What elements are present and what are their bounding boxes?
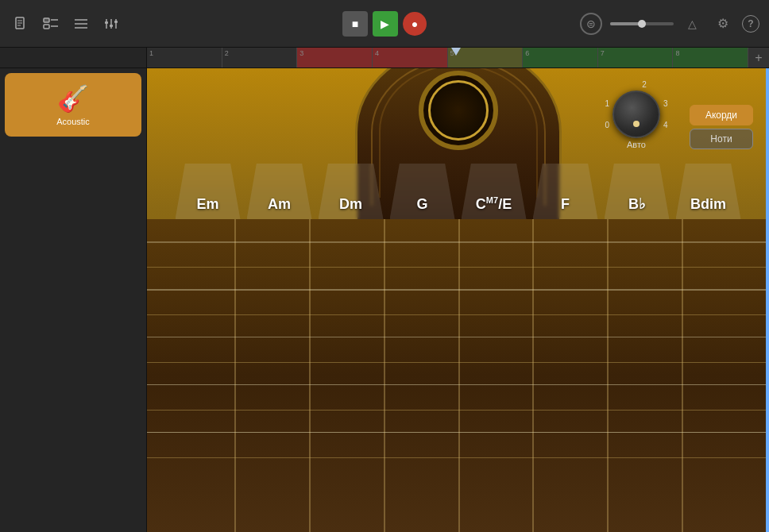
toolbar-right: ⊜ △ ⚙ ? [514,13,759,35]
guitar-area: Em Am Dm G CM7/E F [147,68,769,532]
track-list: 🎸 Acoustic [0,68,147,532]
guitar-soundhole [419,71,498,150]
timeline: 1 2 3 4 5 6 7 8 + [0,48,769,68]
timeline-marker-2: 2 [222,48,298,67]
cycle-button[interactable]: ⊜ [580,13,602,35]
volume-slider[interactable] [610,22,674,25]
timeline-marker-8: 8 [673,48,748,67]
timeline-ruler[interactable]: 1 2 3 4 5 6 7 8 [147,48,748,67]
fret-vert-6 [607,219,609,532]
fretboard [147,219,769,532]
chord-cm7e-label: CM7/E [476,195,512,213]
svg-rect-14 [105,21,108,24]
settings-icon[interactable]: ⚙ [712,13,734,35]
chord-g-label: G [416,196,427,213]
main-area: 🎸 Acoustic [0,68,769,532]
auto-knob[interactable] [612,91,660,138]
string-3 [147,337,769,337]
new-document-icon[interactable] [10,13,32,35]
knob-right-labels: 3 4 [663,99,668,129]
timeline-marker-6: 6 [523,48,598,67]
svg-rect-16 [114,21,118,23]
toolbar-center: ■ ▶ ● [261,11,507,37]
notes-mode-button[interactable]: Ноти [690,129,753,149]
help-icon[interactable]: ? [742,15,759,33]
playhead [451,48,461,56]
fret-vert-7 [682,219,683,532]
chords-mode-button[interactable]: Акорди [690,105,753,125]
chord-bb-label: B♭ [628,195,645,213]
knob-top-label: 2 [609,80,680,89]
tracks-view-icon[interactable] [40,13,62,35]
chord-dm-label: Dm [339,196,362,213]
svg-rect-4 [44,18,49,22]
controls-panel: 2 1 0 3 4 Авто [593,80,753,149]
knob-middle-row: 1 0 3 4 [605,91,667,138]
chord-dm-button[interactable]: Dm [315,164,387,219]
chord-cm7e-button[interactable]: CM7/E [458,164,530,219]
timeline-track-label-area [0,48,147,67]
toolbar: ■ ▶ ● ⊜ △ ⚙ ? [0,0,769,48]
guitar-soundhole-inner [428,80,489,141]
chord-am-label: Am [268,196,291,213]
add-track-button[interactable]: + [748,48,769,68]
chord-g-button[interactable]: G [387,164,458,219]
volume-control [610,22,674,25]
chord-f-button[interactable]: F [530,164,601,219]
chords-row: Em Am Dm G CM7/E F [147,164,769,219]
chord-bb-button[interactable]: B♭ [601,164,673,219]
string-1 [147,241,769,243]
record-button[interactable]: ● [403,12,427,36]
chord-em-button[interactable]: Em [172,164,244,219]
list-view-icon[interactable] [70,13,92,35]
timeline-marker-7: 7 [598,48,674,67]
timeline-marker-4: 4 [373,48,448,67]
knob-dot [633,121,640,127]
stop-button[interactable]: ■ [342,11,368,37]
string-4 [147,384,769,385]
selection-box [766,68,769,532]
string-5 [147,432,769,433]
chord-bdim-button[interactable]: Bdim [673,164,744,219]
fret-vert-2 [309,219,311,532]
fret-vert-5 [532,219,534,532]
knob-label: Авто [627,140,646,149]
svg-rect-5 [44,25,49,29]
chord-em-label: Em [196,196,218,213]
chord-am-button[interactable]: Am [244,164,315,219]
chord-bdim-label: Bdim [690,196,726,213]
acoustic-icon: 🎸 [57,83,89,114]
chord-f-label: F [561,196,570,213]
timeline-marker-3: 3 [297,48,373,67]
play-button[interactable]: ▶ [373,11,398,37]
string-2 [147,289,769,291]
toolbar-left [10,13,255,35]
svg-rect-15 [110,25,113,27]
fret-vert-1 [234,219,236,532]
knob-container: 2 1 0 3 4 Авто [593,80,680,149]
timeline-markers: 1 2 3 4 5 6 7 8 [147,48,748,67]
fret-vert-4 [458,219,460,532]
timeline-marker-1: 1 [147,48,222,67]
fret-vert-3 [384,219,385,532]
knob-left-labels: 1 0 [605,99,609,129]
mode-buttons: Акорди Ноти [690,105,753,149]
master-icon[interactable]: △ [682,13,704,35]
mixer-icon[interactable] [100,13,122,35]
track-item-acoustic[interactable]: 🎸 Acoustic [5,73,141,137]
track-label: Acoustic [56,117,90,126]
